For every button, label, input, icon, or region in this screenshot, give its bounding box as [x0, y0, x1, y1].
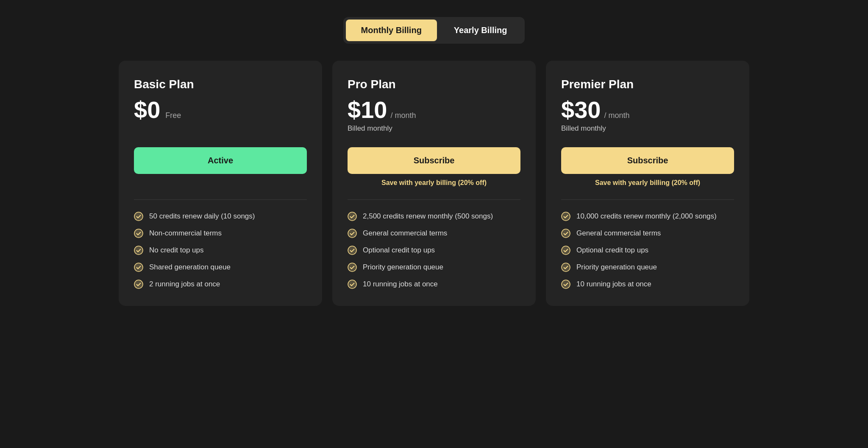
checkmark-icon [561, 246, 570, 255]
list-item: 10,000 credits renew monthly (2,000 song… [561, 212, 734, 221]
feature-text: 2 running jobs at once [149, 280, 220, 288]
feature-text: Non-commercial terms [149, 229, 222, 238]
price-amount-basic: $0 [134, 98, 160, 122]
features-list-pro: 2,500 credits renew monthly (500 songs)G… [348, 212, 520, 289]
plan-name-pro: Pro Plan [348, 78, 520, 91]
plans-container: Basic Plan$0FreeActive50 credits renew d… [103, 61, 765, 306]
checkmark-icon [561, 280, 570, 289]
cta-button-pro[interactable]: Subscribe [348, 147, 520, 174]
feature-text: 2,500 credits renew monthly (500 songs) [363, 212, 493, 221]
price-label-basic: Free [165, 111, 181, 120]
plan-card-premier: Premier Plan$30/ monthBilled monthlySubs… [546, 61, 749, 306]
feature-text: General commercial terms [576, 229, 661, 238]
svg-point-0 [134, 212, 143, 221]
list-item: 10 running jobs at once [561, 280, 734, 289]
price-period-premier: / month [604, 111, 629, 120]
price-period-pro: / month [390, 111, 416, 120]
list-item: General commercial terms [561, 229, 734, 238]
svg-point-12 [562, 246, 570, 255]
divider-pro [348, 199, 520, 200]
save-note-basic [134, 179, 307, 189]
feature-text: 50 credits renew daily (10 songs) [149, 212, 255, 221]
feature-text: Priority generation queue [576, 263, 657, 272]
list-item: General commercial terms [348, 229, 520, 238]
list-item: No credit top ups [134, 246, 307, 255]
checkmark-icon [561, 229, 570, 238]
divider-basic [134, 199, 307, 200]
checkmark-icon [134, 212, 143, 221]
list-item: Optional credit top ups [561, 246, 734, 255]
feature-text: Optional credit top ups [363, 246, 435, 255]
billing-note-basic [134, 124, 307, 135]
feature-text: Optional credit top ups [576, 246, 648, 255]
monthly-billing-button[interactable]: Monthly Billing [346, 20, 437, 41]
checkmark-icon [348, 212, 357, 221]
checkmark-icon [348, 263, 357, 272]
price-amount-pro: $10 [348, 98, 387, 122]
plan-card-pro: Pro Plan$10/ monthBilled monthlySubscrib… [332, 61, 536, 306]
svg-point-1 [134, 229, 143, 238]
svg-point-2 [134, 246, 143, 255]
svg-point-13 [562, 263, 570, 272]
svg-point-5 [348, 212, 356, 221]
plan-name-basic: Basic Plan [134, 78, 307, 91]
billing-toggle: Monthly Billing Yearly Billing [343, 17, 525, 44]
checkmark-icon [134, 263, 143, 272]
list-item: Priority generation queue [348, 263, 520, 272]
svg-point-14 [562, 280, 570, 288]
list-item: 2,500 credits renew monthly (500 songs) [348, 212, 520, 221]
price-amount-premier: $30 [561, 98, 601, 122]
checkmark-icon [348, 280, 357, 289]
billing-note-pro: Billed monthly [348, 124, 520, 135]
plan-name-premier: Premier Plan [561, 78, 734, 91]
cta-button-premier[interactable]: Subscribe [561, 147, 734, 174]
feature-text: 10 running jobs at once [576, 280, 651, 288]
billing-note-premier: Billed monthly [561, 124, 734, 135]
price-row-pro: $10/ month [348, 98, 520, 122]
feature-text: General commercial terms [363, 229, 447, 238]
plan-card-basic: Basic Plan$0FreeActive50 credits renew d… [119, 61, 322, 306]
checkmark-icon [561, 263, 570, 272]
svg-point-4 [134, 280, 143, 288]
list-item: 2 running jobs at once [134, 280, 307, 289]
feature-text: No credit top ups [149, 246, 204, 255]
svg-point-3 [134, 263, 143, 272]
save-note-premier: Save with yearly billing (20% off) [561, 179, 734, 189]
checkmark-icon [348, 229, 357, 238]
feature-text: 10 running jobs at once [363, 280, 438, 288]
checkmark-icon [134, 229, 143, 238]
list-item: Non-commercial terms [134, 229, 307, 238]
list-item: Optional credit top ups [348, 246, 520, 255]
list-item: 50 credits renew daily (10 songs) [134, 212, 307, 221]
checkmark-icon [348, 246, 357, 255]
price-row-basic: $0Free [134, 98, 307, 122]
checkmark-icon [561, 212, 570, 221]
divider-premier [561, 199, 734, 200]
checkmark-icon [134, 246, 143, 255]
price-row-premier: $30/ month [561, 98, 734, 122]
yearly-billing-button[interactable]: Yearly Billing [439, 20, 523, 41]
cta-button-basic[interactable]: Active [134, 147, 307, 174]
features-list-basic: 50 credits renew daily (10 songs)Non-com… [134, 212, 307, 289]
svg-point-7 [348, 246, 356, 255]
feature-text: Priority generation queue [363, 263, 443, 272]
list-item: Priority generation queue [561, 263, 734, 272]
list-item: Shared generation queue [134, 263, 307, 272]
svg-point-8 [348, 263, 356, 272]
feature-text: 10,000 credits renew monthly (2,000 song… [576, 212, 717, 221]
features-list-premier: 10,000 credits renew monthly (2,000 song… [561, 212, 734, 289]
checkmark-icon [134, 280, 143, 289]
list-item: 10 running jobs at once [348, 280, 520, 289]
svg-point-10 [562, 212, 570, 221]
svg-point-11 [562, 229, 570, 238]
svg-point-6 [348, 229, 356, 238]
save-note-pro: Save with yearly billing (20% off) [348, 179, 520, 189]
feature-text: Shared generation queue [149, 263, 231, 272]
svg-point-9 [348, 280, 356, 288]
